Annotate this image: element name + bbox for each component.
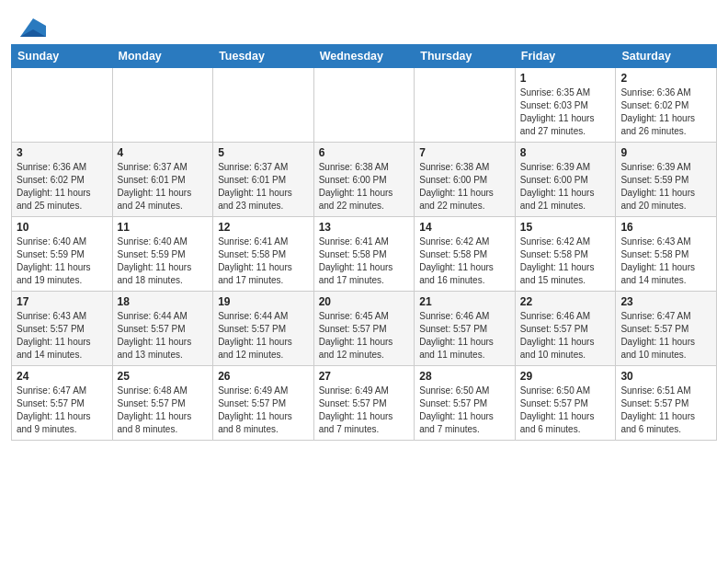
day-info: Sunrise: 6:39 AM Sunset: 6:00 PM Dayligh… xyxy=(520,161,611,213)
day-number: 12 xyxy=(218,221,309,234)
calendar-cell: 9Sunrise: 6:39 AM Sunset: 5:59 PM Daylig… xyxy=(616,143,717,217)
day-number: 21 xyxy=(419,295,510,308)
calendar-cell: 7Sunrise: 6:38 AM Sunset: 6:00 PM Daylig… xyxy=(415,143,516,217)
calendar-week-row: 10Sunrise: 6:40 AM Sunset: 5:59 PM Dayli… xyxy=(12,217,717,292)
day-info: Sunrise: 6:50 AM Sunset: 5:57 PM Dayligh… xyxy=(520,385,611,436)
calendar-cell: 5Sunrise: 6:37 AM Sunset: 6:01 PM Daylig… xyxy=(213,143,314,217)
day-info: Sunrise: 6:42 AM Sunset: 5:58 PM Dayligh… xyxy=(520,236,611,287)
day-number: 19 xyxy=(218,295,309,308)
calendar-cell: 15Sunrise: 6:42 AM Sunset: 5:58 PM Dayli… xyxy=(515,217,616,292)
day-number: 23 xyxy=(620,295,711,308)
day-number: 29 xyxy=(520,370,611,383)
calendar-cell: 12Sunrise: 6:41 AM Sunset: 5:58 PM Dayli… xyxy=(213,217,314,292)
day-info: Sunrise: 6:35 AM Sunset: 6:03 PM Dayligh… xyxy=(520,86,611,138)
day-number: 25 xyxy=(118,370,209,383)
day-info: Sunrise: 6:42 AM Sunset: 5:58 PM Dayligh… xyxy=(419,236,510,287)
day-info: Sunrise: 6:37 AM Sunset: 6:01 PM Dayligh… xyxy=(218,161,309,213)
day-info: Sunrise: 6:43 AM Sunset: 5:57 PM Dayligh… xyxy=(17,310,108,362)
calendar-cell: 4Sunrise: 6:37 AM Sunset: 6:01 PM Daylig… xyxy=(112,143,213,217)
calendar-cell: 21Sunrise: 6:46 AM Sunset: 5:57 PM Dayli… xyxy=(415,292,516,366)
day-info: Sunrise: 6:46 AM Sunset: 5:57 PM Dayligh… xyxy=(520,310,611,362)
calendar-week-row: 24Sunrise: 6:47 AM Sunset: 5:57 PM Dayli… xyxy=(12,366,717,441)
calendar-cell: 16Sunrise: 6:43 AM Sunset: 5:58 PM Dayli… xyxy=(616,217,717,292)
day-number: 28 xyxy=(419,370,510,383)
day-info: Sunrise: 6:45 AM Sunset: 5:57 PM Dayligh… xyxy=(319,310,410,362)
calendar-cell xyxy=(12,68,113,143)
day-number: 30 xyxy=(620,370,711,383)
logo xyxy=(18,18,46,37)
page-header xyxy=(0,0,728,44)
day-number: 11 xyxy=(118,221,209,234)
day-number: 15 xyxy=(520,221,611,234)
day-info: Sunrise: 6:43 AM Sunset: 5:58 PM Dayligh… xyxy=(620,236,711,287)
calendar-cell: 17Sunrise: 6:43 AM Sunset: 5:57 PM Dayli… xyxy=(12,292,113,366)
day-info: Sunrise: 6:37 AM Sunset: 6:01 PM Dayligh… xyxy=(118,161,209,213)
day-number: 14 xyxy=(419,221,510,234)
calendar-cell xyxy=(313,68,415,143)
day-number: 24 xyxy=(17,370,108,383)
calendar-cell: 29Sunrise: 6:50 AM Sunset: 5:57 PM Dayli… xyxy=(515,366,616,441)
calendar-cell: 20Sunrise: 6:45 AM Sunset: 5:57 PM Dayli… xyxy=(313,292,415,366)
day-info: Sunrise: 6:47 AM Sunset: 5:57 PM Dayligh… xyxy=(17,385,108,436)
calendar-cell: 11Sunrise: 6:40 AM Sunset: 5:59 PM Dayli… xyxy=(112,217,213,292)
calendar-week-row: 3Sunrise: 6:36 AM Sunset: 6:02 PM Daylig… xyxy=(12,143,717,217)
day-info: Sunrise: 6:38 AM Sunset: 6:00 PM Dayligh… xyxy=(419,161,510,213)
calendar-cell xyxy=(112,68,213,143)
weekday-header-friday: Friday xyxy=(515,45,616,68)
calendar-cell xyxy=(213,68,314,143)
calendar-week-row: 1Sunrise: 6:35 AM Sunset: 6:03 PM Daylig… xyxy=(12,68,717,143)
calendar-wrap: SundayMondayTuesdayWednesdayThursdayFrid… xyxy=(0,44,728,452)
day-number: 17 xyxy=(17,295,108,308)
day-info: Sunrise: 6:49 AM Sunset: 5:57 PM Dayligh… xyxy=(218,385,309,436)
day-number: 20 xyxy=(319,295,410,308)
day-number: 8 xyxy=(520,146,611,159)
day-number: 3 xyxy=(17,146,108,159)
day-number: 7 xyxy=(419,146,510,159)
day-info: Sunrise: 6:40 AM Sunset: 5:59 PM Dayligh… xyxy=(17,236,108,287)
weekday-header-monday: Monday xyxy=(112,45,213,68)
calendar-cell: 22Sunrise: 6:46 AM Sunset: 5:57 PM Dayli… xyxy=(515,292,616,366)
day-info: Sunrise: 6:49 AM Sunset: 5:57 PM Dayligh… xyxy=(319,385,410,436)
day-number: 18 xyxy=(118,295,209,308)
calendar-cell: 8Sunrise: 6:39 AM Sunset: 6:00 PM Daylig… xyxy=(515,143,616,217)
day-info: Sunrise: 6:50 AM Sunset: 5:57 PM Dayligh… xyxy=(419,385,510,436)
calendar-cell xyxy=(415,68,516,143)
weekday-header-thursday: Thursday xyxy=(415,45,516,68)
day-number: 26 xyxy=(218,370,309,383)
calendar-cell: 30Sunrise: 6:51 AM Sunset: 5:57 PM Dayli… xyxy=(616,366,717,441)
day-number: 27 xyxy=(319,370,410,383)
calendar-cell: 10Sunrise: 6:40 AM Sunset: 5:59 PM Dayli… xyxy=(12,217,113,292)
calendar-cell: 6Sunrise: 6:38 AM Sunset: 6:00 PM Daylig… xyxy=(313,143,415,217)
day-number: 9 xyxy=(620,146,711,159)
day-number: 1 xyxy=(520,72,611,85)
day-number: 4 xyxy=(118,146,209,159)
calendar-cell: 14Sunrise: 6:42 AM Sunset: 5:58 PM Dayli… xyxy=(415,217,516,292)
calendar-cell: 13Sunrise: 6:41 AM Sunset: 5:58 PM Dayli… xyxy=(313,217,415,292)
day-info: Sunrise: 6:38 AM Sunset: 6:00 PM Dayligh… xyxy=(319,161,410,213)
logo-icon xyxy=(20,18,46,37)
calendar-cell: 27Sunrise: 6:49 AM Sunset: 5:57 PM Dayli… xyxy=(313,366,415,441)
calendar-cell: 3Sunrise: 6:36 AM Sunset: 6:02 PM Daylig… xyxy=(12,143,113,217)
calendar-cell: 1Sunrise: 6:35 AM Sunset: 6:03 PM Daylig… xyxy=(515,68,616,143)
calendar-cell: 24Sunrise: 6:47 AM Sunset: 5:57 PM Dayli… xyxy=(12,366,113,441)
day-info: Sunrise: 6:40 AM Sunset: 5:59 PM Dayligh… xyxy=(118,236,209,287)
calendar-cell: 26Sunrise: 6:49 AM Sunset: 5:57 PM Dayli… xyxy=(213,366,314,441)
day-number: 22 xyxy=(520,295,611,308)
day-info: Sunrise: 6:44 AM Sunset: 5:57 PM Dayligh… xyxy=(118,310,209,362)
day-info: Sunrise: 6:44 AM Sunset: 5:57 PM Dayligh… xyxy=(218,310,309,362)
day-number: 16 xyxy=(620,221,711,234)
weekday-header-row: SundayMondayTuesdayWednesdayThursdayFrid… xyxy=(12,45,717,68)
day-number: 2 xyxy=(620,72,711,85)
calendar-week-row: 17Sunrise: 6:43 AM Sunset: 5:57 PM Dayli… xyxy=(12,292,717,366)
calendar-cell: 19Sunrise: 6:44 AM Sunset: 5:57 PM Dayli… xyxy=(213,292,314,366)
day-info: Sunrise: 6:41 AM Sunset: 5:58 PM Dayligh… xyxy=(319,236,410,287)
calendar-table: SundayMondayTuesdayWednesdayThursdayFrid… xyxy=(11,44,717,441)
day-info: Sunrise: 6:36 AM Sunset: 6:02 PM Dayligh… xyxy=(620,86,711,138)
weekday-header-sunday: Sunday xyxy=(12,45,113,68)
calendar-cell: 25Sunrise: 6:48 AM Sunset: 5:57 PM Dayli… xyxy=(112,366,213,441)
calendar-cell: 23Sunrise: 6:47 AM Sunset: 5:57 PM Dayli… xyxy=(616,292,717,366)
day-number: 5 xyxy=(218,146,309,159)
day-number: 6 xyxy=(319,146,410,159)
calendar-cell: 28Sunrise: 6:50 AM Sunset: 5:57 PM Dayli… xyxy=(415,366,516,441)
day-info: Sunrise: 6:46 AM Sunset: 5:57 PM Dayligh… xyxy=(419,310,510,362)
